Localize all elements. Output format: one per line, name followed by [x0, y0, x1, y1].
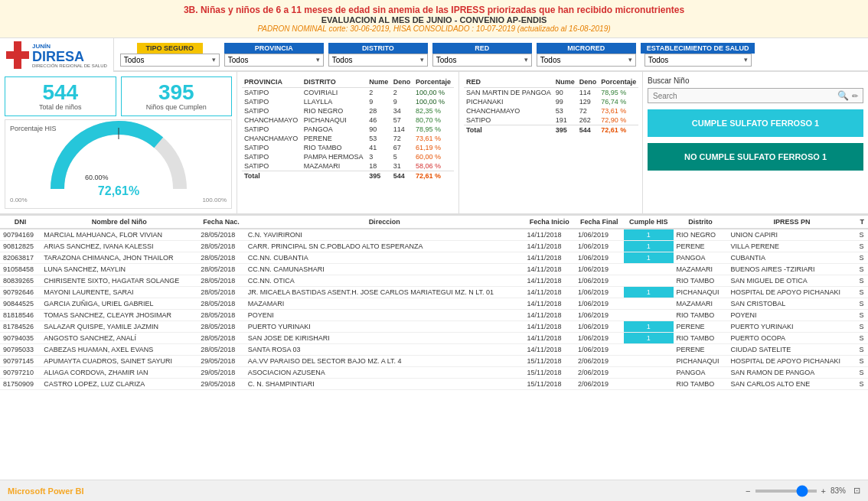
- logo-cross: [6, 41, 29, 69]
- filter-tipo-seguro[interactable]: TIPO SEGURO Todos ▾: [120, 43, 220, 67]
- search-input[interactable]: [653, 92, 834, 100]
- zoom-slider[interactable]: [755, 490, 817, 493]
- red-panel: REDNumeDenoPorcentaje SAN MARTIN DE PANG…: [459, 72, 643, 213]
- table-row: 90797145APUMAYTA CUADROS, SAINET SAYURI2…: [0, 356, 868, 367]
- chevron-down-icon: ▾: [212, 56, 216, 63]
- zoom-controls: − + 83% ⊡: [746, 486, 860, 496]
- provincia-table-header: Deno: [391, 76, 413, 88]
- main-table-header: Direccion: [245, 216, 524, 229]
- main-data-panel: DNINombre del NiñoFecha Nac.DireccionFec…: [0, 214, 868, 480]
- search-icon: 🔍: [837, 90, 849, 101]
- main-table-header: Fecha Final: [575, 216, 624, 229]
- main-table-header: T: [856, 216, 868, 229]
- search-area: Buscar Niño 🔍 ✏: [648, 76, 863, 103]
- table-row: 81784526SALAZAR QUISPE, YAMILE JAZMIN28/…: [0, 321, 868, 333]
- chevron-down-icon: ▾: [744, 56, 748, 63]
- filter-provincia[interactable]: PROVINCIA Todos ▾: [224, 43, 324, 67]
- main-table-header: Distrito: [674, 216, 728, 229]
- zoom-minus-icon[interactable]: −: [746, 486, 750, 496]
- table-row: 90812825ARIAS SANCHEZ, IVANA KALESSI28/0…: [0, 241, 868, 252]
- total-ninos-number: 544: [15, 82, 106, 103]
- chevron-down-icon: ▾: [628, 56, 632, 63]
- table-row: 91058458LUNA SANCHEZ, MAYLIN28/05/2018CC…: [0, 264, 868, 275]
- no-cumple-button[interactable]: NO CUMPLE SULFATO FERROSO 1: [648, 143, 863, 171]
- provincia-table-header: Nume: [367, 76, 391, 88]
- provincia-table: PROVINCIADISTRITONumeDenoPorcentaje SATI…: [242, 76, 454, 181]
- header-note: PADRON NOMINAL corte: 30-06-2019, HISA C…: [8, 24, 860, 33]
- table-row: SATIPORIO NEGRO283482,35 %: [242, 106, 454, 115]
- table-row: SATIPOPANGOA9011478,95 %: [242, 125, 454, 134]
- table-row: SATIPORIO TAMBO416761,19 %: [242, 143, 454, 152]
- chevron-down-icon: ▾: [524, 56, 528, 63]
- red-table-header: RED: [464, 76, 553, 88]
- filter-microred[interactable]: MICRORED Todos ▾: [537, 43, 636, 67]
- clear-search-icon[interactable]: ✏: [852, 92, 858, 100]
- logo-area: JUNÍN DIRESA DIRECCIÓN REGIONAL DE SALUD: [0, 38, 114, 72]
- main-table-header: Fecha Inicio: [524, 216, 575, 229]
- table-row: PICHANAKI9912976,74 %: [464, 97, 638, 106]
- table-row: 81818546TOMAS SANCHEZ, CLEAYR JHOSIMAR28…: [0, 310, 868, 321]
- svg-text:72,61%: 72,61%: [97, 184, 139, 197]
- table-row: SATIPOCOVIRIALI22100,00 %: [242, 88, 454, 98]
- fit-page-icon[interactable]: ⊡: [853, 486, 860, 496]
- filter-red[interactable]: RED Todos ▾: [432, 43, 532, 67]
- table-row: CHANCHAMAYOPICHANAQUI465780,70 %: [242, 115, 454, 125]
- mid-panel: PROVINCIADISTRITONumeDenoPorcentaje SATI…: [237, 72, 459, 213]
- provincia-table-header: Porcentaje: [413, 76, 454, 88]
- filters-bar: TIPO SEGURO Todos ▾ PROVINCIA Todos ▾ DI…: [114, 38, 868, 72]
- top-bar: JUNÍN DIRESA DIRECCIÓN REGIONAL DE SALUD…: [0, 38, 868, 72]
- red-table-header: Deno: [577, 76, 599, 88]
- main-table-header: Nombre del Niño: [41, 216, 197, 229]
- table-row: 90797210ALIAGA CORDOVA, ZHAMIR IAN29/05/…: [0, 367, 868, 379]
- gauge-container: 60.00% 72,61%: [10, 135, 227, 197]
- stats-row: 544 Total de niños 395 Niños que Cumplen: [5, 76, 232, 116]
- table-row: 90795033CABEZAS HUAMAN, AXEL EVANS28/05/…: [0, 344, 868, 356]
- footer: Microsoft Power BI − + 83% ⊡: [0, 480, 868, 501]
- search-label: Buscar Niño: [648, 76, 863, 85]
- left-panel: 544 Total de niños 395 Niños que Cumplen…: [0, 72, 237, 213]
- table-row: 90794035ANGOSTO SANCHEZ, ANALÍ28/05/2018…: [0, 333, 868, 344]
- main-table: DNINombre del NiñoFecha Nac.DireccionFec…: [0, 216, 868, 390]
- logo-text: JUNÍN DIRESA DIRECCIÓN REGIONAL DE SALUD: [32, 43, 107, 68]
- search-box[interactable]: 🔍 ✏: [648, 88, 863, 103]
- chevron-down-icon: ▾: [420, 56, 424, 63]
- filter-establecimiento[interactable]: ESTABLECIMIENTO DE SALUD Todos ▾: [641, 43, 755, 67]
- header-subtitle: EVALUACION AL MES DE JUNIO - CONVENIO AP…: [8, 15, 860, 24]
- table-row: CHANCHAMAYOPERENE537273,61 %: [242, 134, 454, 143]
- upper-section: 544 Total de niños 395 Niños que Cumplen…: [0, 72, 868, 214]
- table-row: 82063817TARAZONA CHIMANCA, JHON THAILOR2…: [0, 252, 868, 264]
- table-row: SAN MARTIN DE PANGOA9011478,95 %: [464, 88, 638, 98]
- main-table-header: IPRESS PN: [727, 216, 856, 229]
- page-header: 3B. Niñas y niños de 6 a 11 meses de eda…: [0, 0, 868, 38]
- gauge-box: Porcentaje HIS 60.00% 72,61%: [5, 119, 232, 209]
- ninos-cumplen-box: 395 Niños que Cumplen: [121, 76, 233, 116]
- chevron-down-icon: ▾: [316, 56, 320, 63]
- cumple-button[interactable]: CUMPLE SULFATO FERROSO 1: [648, 109, 863, 137]
- svg-rect-1: [6, 51, 29, 59]
- provincia-table-header: DISTRITO: [302, 76, 367, 88]
- powerbi-link[interactable]: Microsoft Power BI: [8, 486, 84, 496]
- table-row: SATIPOLLAYLLA99100,00 %: [242, 97, 454, 106]
- zoom-plus-icon[interactable]: +: [821, 486, 826, 496]
- red-table-header: Porcentaje: [599, 76, 638, 88]
- table-row: 90792646MAYONI LAURENTE, SARAI28/05/2018…: [0, 287, 868, 298]
- table-row: SATIPOMAZAMARI183158,06 %: [242, 161, 454, 171]
- table-row: Total39554472,61 %: [242, 171, 454, 181]
- main-table-header: Cumple HIS: [624, 216, 674, 229]
- table-row: CHANCHAMAYO537273,61 %: [464, 106, 638, 115]
- total-ninos-box: 544 Total de niños: [5, 76, 116, 116]
- cumplen-label: Niños que Cumplen: [131, 103, 223, 111]
- filter-distrito[interactable]: DISTRITO Todos ▾: [328, 43, 428, 67]
- gauge-scale: 0.00% 100.00%: [10, 197, 227, 203]
- red-table-header: Nume: [553, 76, 577, 88]
- total-ninos-label: Total de niños: [15, 103, 106, 111]
- zoom-value: 83%: [830, 486, 846, 495]
- table-row: 81750909CASTRO LOPEZ, LUZ CLARIZA29/05/2…: [0, 379, 868, 390]
- table-row: 90844525GARCIA ZUÑIGA, URIEL GABRIEL28/0…: [0, 298, 868, 310]
- right-panel: Buscar Niño 🔍 ✏ CUMPLE SULFATO FERROSO 1…: [643, 72, 868, 213]
- gauge-svg: 60.00% 72,61%: [42, 112, 195, 197]
- provincia-table-header: PROVINCIA: [242, 76, 302, 88]
- table-row: SATIPOPAMPA HERMOSA3560,00 %: [242, 152, 454, 161]
- cumplen-number: 395: [131, 82, 223, 103]
- main-table-header: DNI: [0, 216, 41, 229]
